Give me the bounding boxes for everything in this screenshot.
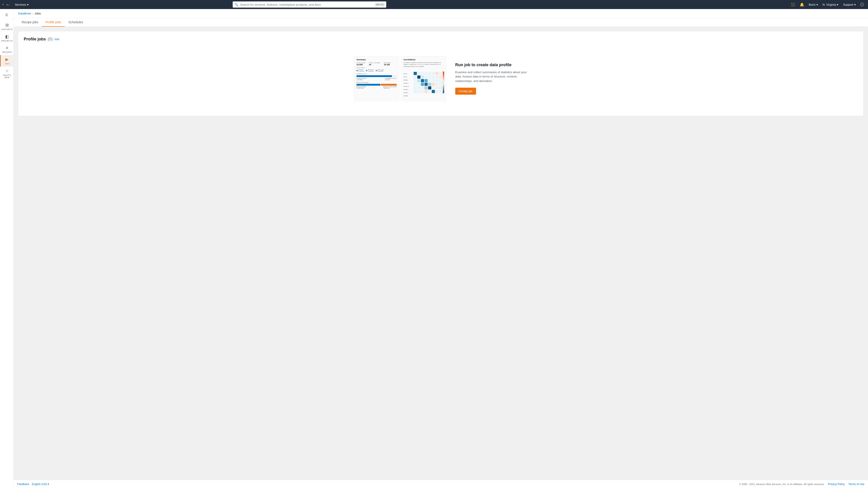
svg-rect-21 — [428, 75, 431, 78]
panel-title: Profile jobs — [24, 37, 46, 41]
region-name: N. Virginia — [823, 3, 836, 6]
sidebar-item-label: RECIPES — [2, 51, 12, 53]
sidebar-item-whats-new[interactable]: ☆ WHAT'S NEW — [0, 67, 13, 80]
user-menu-button[interactable]: Boris ▾ — [807, 2, 820, 7]
svg-rect-53 — [428, 90, 431, 93]
breadcrumb-parent-link[interactable]: DataBrew — [18, 12, 31, 15]
breadcrumb: DataBrew › Jobs — [13, 9, 868, 18]
svg-rect-44 — [425, 86, 428, 90]
sidebar-item-label: DATASETS — [2, 28, 13, 31]
svg-text:-1.0: -1.0 — [442, 92, 444, 94]
svg-rect-56 — [439, 90, 442, 93]
footer: Feedback English (US) ▾ © 2008 - 2021, A… — [13, 480, 868, 488]
svg-rect-38 — [432, 83, 435, 86]
feedback-link[interactable]: Feedback — [17, 483, 29, 486]
sidebar-item-jobs[interactable]: ▶ JOBS — [0, 55, 13, 67]
copyright-text: © 2008 - 2021, Amazon Web Services, Inc.… — [739, 483, 825, 486]
svg-rect-26 — [417, 79, 421, 82]
svg-text:available_: available_ — [403, 95, 409, 96]
svg-rect-40 — [439, 83, 442, 86]
svg-rect-25 — [414, 79, 417, 82]
footer-right: © 2008 - 2021, Amazon Web Services, Inc.… — [739, 483, 864, 486]
valid-rows-bar — [356, 84, 380, 86]
create-job-button[interactable]: Create job — [455, 88, 476, 95]
search-input[interactable] — [232, 1, 386, 8]
data-types-section: DATA TYPES STRING5 columns INTEGER5 colu… — [356, 67, 397, 72]
svg-rect-14 — [432, 72, 435, 75]
svg-rect-28 — [425, 79, 428, 82]
info-icon: i — [860, 3, 864, 6]
cta-section: Run job to create data profile Examine a… — [455, 63, 528, 95]
svg-rect-52 — [425, 90, 428, 93]
search-bar-container: 🔍 [Alt+S] — [232, 1, 386, 8]
language-selector[interactable]: English (US) ▾ — [32, 483, 49, 486]
cloud-shell-button[interactable]: ⬛ — [789, 2, 797, 8]
svg-text:0.0: 0.0 — [442, 82, 444, 83]
privacy-policy-link[interactable]: Privacy Policy — [828, 483, 845, 486]
correlations-description: Correlation coefficient (r) defines how … — [403, 62, 444, 67]
valid-cells-bar — [356, 75, 392, 77]
svg-text:minimum_: minimum_ — [403, 83, 409, 84]
svg-rect-29 — [428, 79, 431, 82]
user-name: Boris — [809, 3, 815, 6]
user-chevron-icon: ▾ — [816, 3, 818, 6]
svg-rect-15 — [435, 72, 438, 75]
svg-rect-23 — [435, 75, 438, 78]
svg-rect-46 — [432, 86, 435, 90]
aws-logo[interactable]: aws — [2, 2, 10, 7]
tab-schedules[interactable]: Schedules — [65, 18, 87, 27]
support-menu-button[interactable]: Support ▾ — [841, 2, 858, 7]
summary-stats-row: TOTAL ROWS 10,000 TOTAL COLUMNS 10 DATA … — [356, 62, 397, 66]
tab-recipe-jobs[interactable]: Recipe jobs — [18, 18, 42, 27]
svg-rect-54 — [432, 90, 435, 93]
cloudshell-icon: ⬛ — [791, 2, 795, 7]
recipes-icon: ≡ — [6, 46, 8, 51]
svg-rect-42 — [417, 86, 421, 90]
svg-rect-30 — [432, 79, 435, 82]
sidebar-item-datasets[interactable]: ⊞ DATASETS — [0, 21, 13, 32]
info-link[interactable]: Info — [55, 37, 59, 41]
sidebar-toggle-button[interactable]: ☰ — [2, 11, 12, 19]
info-button[interactable]: i — [859, 2, 866, 7]
sidebar-item-recipes[interactable]: ≡ RECIPES — [0, 44, 13, 55]
svg-rect-17 — [414, 75, 417, 78]
svg-rect-45 — [428, 86, 431, 90]
whats-new-icon: ☆ — [5, 68, 9, 73]
svg-rect-39 — [435, 83, 438, 86]
svg-rect-49 — [414, 90, 417, 93]
services-menu-button[interactable]: Services ▾ — [13, 2, 31, 7]
language-chevron-icon: ▾ — [48, 483, 49, 486]
boolean-dot — [376, 70, 377, 71]
svg-rect-48 — [439, 86, 442, 90]
profile-jobs-panel: Profile jobs (0) Info Summary TOTAL ROWS — [18, 31, 864, 116]
svg-rect-50 — [417, 90, 421, 93]
string-dot — [356, 70, 358, 71]
sidebar-item-projects[interactable]: ◧ PROJECTS — [0, 32, 13, 44]
preview-images: Summary TOTAL ROWS 10,000 TOTAL COLUMNS … — [354, 56, 446, 101]
terms-of-use-link[interactable]: Terms of Use — [848, 483, 864, 486]
svg-rect-41 — [414, 86, 417, 90]
svg-rect-12 — [425, 72, 428, 75]
svg-rect-20 — [425, 75, 428, 78]
svg-rect-51 — [421, 90, 424, 93]
svg-rect-18 — [417, 75, 421, 78]
hamburger-icon: ☰ — [5, 13, 8, 17]
tab-profile-jobs[interactable]: Profile jobs — [42, 18, 65, 27]
content-area: DataBrew › Jobs Recipe jobs Profile jobs… — [13, 9, 868, 488]
svg-rect-11 — [421, 72, 424, 75]
svg-rect-16 — [439, 72, 442, 75]
svg-text:disabled_: disabled_ — [403, 89, 408, 90]
correlation-heatmap: help_at tutorial_ Highlight minimum_ num… — [403, 69, 444, 96]
svg-rect-32 — [439, 79, 442, 82]
jobs-icon: ▶ — [5, 57, 8, 62]
notifications-button[interactable]: 🔔 — [798, 2, 806, 8]
page-content: Profile jobs (0) Info Summary TOTAL ROWS — [13, 27, 868, 480]
sidebar-item-label: WHAT'S NEW — [2, 74, 12, 78]
breadcrumb-separator: › — [32, 12, 33, 15]
main-layout: ☰ ⊞ DATASETS ◧ PROJECTS ≡ RECIPES ▶ JOBS… — [0, 9, 868, 488]
region-menu-button[interactable]: N. Virginia ▾ — [821, 2, 840, 7]
svg-rect-33 — [414, 83, 417, 86]
correlations-title: Correlations — [403, 59, 444, 61]
footer-left: Feedback English (US) ▾ — [17, 483, 49, 486]
search-shortcut: [Alt+S] — [375, 3, 385, 6]
